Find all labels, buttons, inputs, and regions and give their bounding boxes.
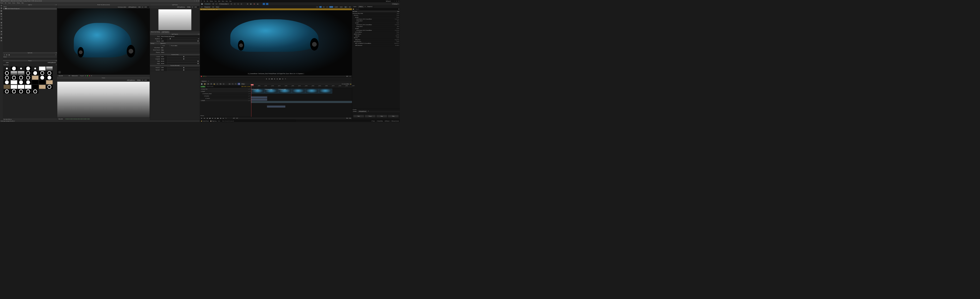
fwd-icon[interactable]: ▶▶ — [217, 117, 219, 119]
preview-value-field[interactable] — [194, 6, 199, 8]
outliner-row[interactable]: ▸ Target_Shot1Actor — [352, 20, 400, 22]
seq-fps[interactable]: 30 fps — [241, 83, 245, 85]
toolbar-icon[interactable]: ▾ — [234, 3, 236, 5]
latitude-field[interactable] — [161, 56, 167, 57]
seq-playback-icon[interactable]: ▾ — [222, 83, 225, 85]
seq-key2-icon[interactable]: ✎ — [234, 83, 237, 85]
filter-icon[interactable]: 📁▾ — [353, 9, 355, 10]
foot-end[interactable]: 0934 — [346, 118, 348, 119]
outliner-row[interactable]: ▸ BP_TurnTableSet LS_CameraMotionEdit BP… — [352, 42, 400, 44]
snap-angle[interactable]: ∡ 10° — [334, 6, 339, 8]
invert-checkbox[interactable] — [161, 45, 162, 46]
sequencer-track-row[interactable]: ▸ Location+⋯ — [200, 97, 251, 99]
preset-thumb[interactable] — [18, 66, 24, 70]
track-bar[interactable] — [267, 106, 285, 107]
tool-area-icon[interactable]: ◻ — [0, 18, 3, 20]
gizmo-rotate-icon[interactable]: ↻ — [323, 6, 325, 8]
panel-undock-icon[interactable]: ▫ — [55, 60, 56, 61]
trace-button[interactable]: ⏱ Trace — [371, 120, 375, 122]
menu-project[interactable]: Project — [0, 3, 3, 3]
viewport-show[interactable]: Show — [215, 6, 220, 8]
col-type[interactable]: Type — [390, 11, 399, 12]
add-track-button[interactable]: + Track — [200, 86, 205, 87]
seq-lock-icon[interactable]: 🔒 — [350, 83, 351, 84]
panel-undock-icon[interactable]: ▫ — [55, 53, 56, 53]
seq-render-icon[interactable]: 🎬 — [207, 83, 209, 85]
gizmo-move-icon[interactable]: ✥ — [319, 6, 322, 8]
close-button[interactable]: ✕ — [398, 0, 399, 2]
marketplace-icon[interactable]: ⬚ — [215, 3, 218, 5]
longitude-field[interactable] — [161, 58, 167, 59]
tab-sequencer[interactable]: Sequencer — [366, 6, 374, 8]
prop-opacity-field[interactable] — [161, 40, 167, 42]
time-ruler[interactable]: 0000 |0000|0060|0120|0180|0240|0300|0360… — [251, 85, 352, 88]
prop-brightness-field[interactable] — [161, 38, 167, 39]
range-start[interactable]: 0000 — [242, 86, 243, 87]
seq-key-icon[interactable]: ◇▾ — [228, 83, 231, 85]
ue-menu-edit[interactable]: Edit — [207, 0, 208, 2]
light-preview-image[interactable] — [158, 9, 191, 30]
preset-thumb[interactable] — [25, 80, 32, 84]
menu-canvas[interactable]: Canvas — [12, 3, 15, 3]
step-icon[interactable]: ⏭ — [250, 3, 252, 5]
snap-scale[interactable]: 0.25 — [339, 6, 343, 8]
preset-thumb[interactable] — [25, 90, 32, 94]
track-bar[interactable] — [251, 101, 352, 103]
maximize-button[interactable]: □ — [196, 0, 197, 2]
tool-environment-icon[interactable]: ◐ — [0, 7, 3, 10]
toolbar-icon[interactable]: ▾ — [240, 3, 243, 5]
platforms-icon[interactable]: ⬚ — [266, 3, 269, 5]
preview-eye-icon[interactable]: 👁 — [192, 6, 193, 8]
step-back-icon[interactable]: ◀◀ — [271, 78, 273, 80]
preset-thumb[interactable] — [39, 85, 46, 89]
seq-name[interactable]: LS_CameraMotion — [342, 83, 350, 84]
canvas-eye-icon[interactable]: 👁 — [142, 80, 143, 81]
opacity-slider[interactable] — [167, 41, 199, 41]
derived-data-button[interactable]: ⬚ Derived Data — [376, 120, 383, 122]
preset-thumb[interactable] — [3, 80, 10, 84]
render-reflect-mode[interactable]: Reflection (D) — [71, 75, 78, 77]
settings-button[interactable]: ⚙ Settings ▾ — [391, 3, 399, 5]
preset-thumb[interactable] — [18, 80, 24, 84]
outliner-row[interactable]: ▸ CamerasFolder — [352, 14, 400, 16]
handle-u-field[interactable] — [161, 67, 167, 69]
preset-thumb[interactable] — [46, 85, 52, 89]
outliner-row[interactable]: ▸ HDRLS ObjectsFolder — [352, 33, 400, 35]
gizmo-select-icon[interactable]: ⬚ — [316, 6, 318, 8]
goto-end-icon[interactable]: ⏭ — [282, 78, 283, 80]
tool-clone-icon[interactable]: ⧉ — [0, 39, 3, 42]
looks-tag-icon[interactable]: 🏷 — [56, 54, 56, 56]
preset-thumb[interactable] — [3, 71, 10, 75]
pilot-lock-icon[interactable]: 📷 — [218, 9, 219, 10]
preset-thumb[interactable] — [11, 66, 18, 70]
save-status[interactable]: ✔ All Saved — [384, 120, 390, 122]
render-eye-icon[interactable]: 👁 — [142, 6, 143, 8]
ue-menu-actor[interactable]: Actor — [226, 0, 228, 2]
ue-menu-window[interactable]: Window — [210, 0, 213, 2]
preset-thumb[interactable] — [46, 76, 52, 80]
output-log-button[interactable]: 📋 Output Log — [210, 120, 216, 122]
toolbar-icon[interactable]: ✦ — [230, 3, 233, 5]
render-camera-select[interactable]: CineCamera_Shot1 — [117, 6, 127, 8]
outliner-row[interactable]: ▸ SM_AutomotiveStaticMes — [352, 45, 400, 46]
outliner-row[interactable]: ▸ CameraMotionFolder — [352, 31, 400, 33]
tool-3d2-icon[interactable]: ✦ — [0, 24, 3, 27]
step-fwd-icon[interactable]: ▶▶ — [279, 78, 281, 80]
ue-menu-file[interactable]: File — [204, 0, 205, 2]
menu-help[interactable]: Help — [21, 3, 24, 3]
seq-browse-icon[interactable]: 📁 — [204, 83, 206, 85]
canvas-area[interactable] — [57, 82, 150, 118]
shot-thumbnail[interactable]: CineCamera_Shot2 — [265, 89, 278, 94]
ue-menu-tools[interactable]: Tools — [215, 0, 217, 2]
shot-thumbnail[interactable] — [319, 89, 332, 94]
longitude-slider[interactable] — [167, 59, 199, 59]
selection-mode[interactable]: 🖱 Selection Mode ▾ — [218, 3, 229, 5]
preset-back-icon[interactable]: ← — [3, 62, 5, 63]
light-list-tab[interactable]: Default — [3, 6, 6, 7]
goto-start-icon[interactable]: ⏮ — [204, 117, 205, 119]
revision-control-button[interactable]: ⟳ Revision Control — [391, 120, 399, 122]
outliner-row[interactable]: ▸ shot02Folder — [352, 22, 400, 24]
preset-thumb[interactable] — [11, 85, 18, 89]
viewport-max-icon[interactable]: ⛶ — [348, 6, 351, 8]
preset-thumb[interactable] — [18, 71, 24, 75]
